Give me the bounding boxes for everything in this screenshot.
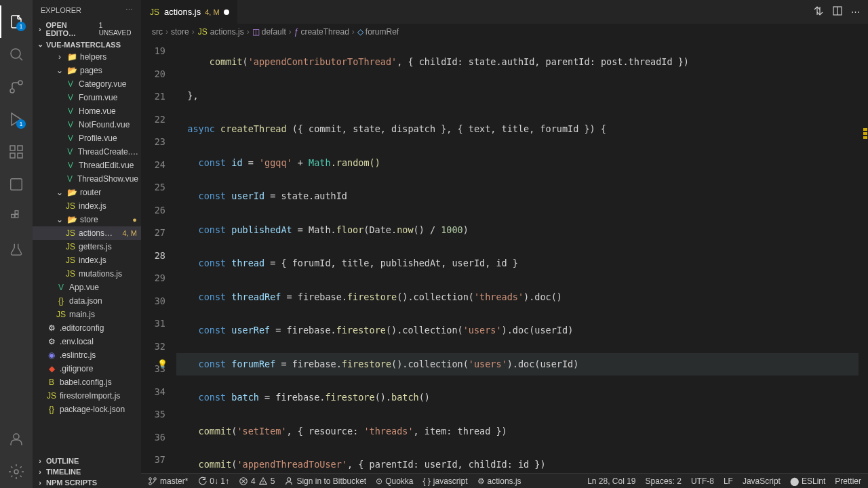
tree-file[interactable]: VProfile.vue: [33, 131, 141, 145]
testing-icon[interactable]: [0, 233, 33, 266]
scm-icon[interactable]: [0, 70, 33, 103]
activity-bar: 1 1: [0, 0, 33, 488]
tree-file[interactable]: JSindex.js: [33, 199, 141, 213]
tree-file-active[interactable]: JSactions…4, M: [33, 226, 141, 240]
svg-rect-7: [11, 179, 22, 190]
breadcrumb-item[interactable]: store: [171, 27, 189, 37]
tree-file[interactable]: VThreadEdit.vue: [33, 159, 141, 172]
svg-point-1: [18, 81, 22, 85]
svg-rect-9: [15, 214, 18, 218]
tree-file[interactable]: VNotFound.vue: [33, 118, 141, 131]
status-filetype[interactable]: JavaScript: [743, 476, 781, 486]
tree-file[interactable]: JSfirestoreImport.js: [33, 389, 141, 403]
tree-file[interactable]: JSindex.js: [33, 253, 141, 267]
status-prettier[interactable]: Prettier: [835, 476, 861, 486]
svg-point-11: [14, 434, 19, 439]
tree-file[interactable]: ◉.eslintrc.js: [33, 348, 141, 362]
tree-folder[interactable]: ⌄📂store●: [33, 213, 141, 226]
compare-icon[interactable]: [813, 5, 824, 18]
lightbulb-icon[interactable]: 💡: [157, 353, 167, 376]
status-bar: master* 0↓ 1↑ 4 5 Sign in to Bitbucket ⊙…: [141, 473, 868, 488]
explorer-icon[interactable]: 1: [0, 5, 33, 38]
unsaved-dot-icon: [224, 9, 229, 15]
tree-file[interactable]: JSgetters.js: [33, 240, 141, 253]
svg-point-15: [154, 477, 157, 480]
breadcrumb-item[interactable]: ◇forumRef: [357, 27, 399, 37]
tree-file[interactable]: JSmain.js: [33, 308, 141, 321]
search-icon[interactable]: [0, 38, 33, 70]
status-eol[interactable]: LF: [724, 476, 733, 486]
unsaved-badge: 1 UNSAVED: [99, 22, 136, 37]
tree-file[interactable]: ⚙.env.local: [33, 335, 141, 348]
status-encoding[interactable]: UTF-8: [691, 476, 714, 486]
remote-icon[interactable]: [0, 168, 33, 201]
more-icon[interactable]: ⋯: [851, 7, 860, 17]
svg-rect-10: [15, 211, 18, 214]
tree-file[interactable]: Bbabel.config.js: [33, 375, 141, 389]
tree-file[interactable]: ⚙.editorconfig: [33, 321, 141, 335]
tree-file[interactable]: JSmutations.js: [33, 267, 141, 281]
split-icon[interactable]: [832, 5, 843, 18]
tree-file[interactable]: VHome.vue: [33, 104, 141, 118]
timeline-section[interactable]: ›TIMELINE: [33, 466, 141, 477]
svg-point-12: [14, 470, 18, 474]
svg-point-0: [11, 49, 20, 58]
tree-file[interactable]: VApp.vue: [33, 281, 141, 294]
debug-icon[interactable]: 1: [0, 103, 33, 136]
svg-point-18: [288, 477, 291, 481]
svg-rect-4: [18, 146, 22, 150]
code-editor[interactable]: 19 20 21 22 23 24 25 26 27 28 29 30 31 3…: [141, 40, 868, 473]
breadcrumb-item[interactable]: src: [152, 27, 163, 37]
chevron-right-icon: ›: [35, 25, 45, 33]
tree-folder[interactable]: ⌄📂router: [33, 186, 141, 199]
extensions-icon[interactable]: [0, 136, 33, 168]
tree-file[interactable]: {}package-lock.json: [33, 403, 141, 416]
file-tree: ›📁helpers ⌄📂pages VCategory.vue VForum.v…: [33, 50, 141, 455]
sidebar-title: EXPLORER ⋯: [33, 0, 141, 20]
breadcrumb-item[interactable]: JSactions.js: [197, 26, 244, 37]
overview-ruler[interactable]: [859, 40, 868, 473]
chevron-down-icon: ⌄: [35, 40, 45, 49]
modified-indicator: ●: [132, 216, 138, 224]
open-editors-section[interactable]: › OPEN EDITO… 1 UNSAVED: [33, 20, 141, 39]
status-sync[interactable]: 0↓ 1↑: [197, 476, 229, 486]
tree-folder[interactable]: ⌄📂pages: [33, 64, 141, 77]
breadcrumb-item[interactable]: ◫default: [252, 27, 286, 37]
status-spaces[interactable]: Spaces: 2: [646, 476, 682, 486]
tab-actions[interactable]: JS actions.js 4, M: [141, 0, 237, 24]
debug-badge: 1: [16, 119, 26, 129]
tree-folder[interactable]: ›📁helpers: [33, 50, 141, 64]
tab-bar: JS actions.js 4, M ⋯: [141, 0, 868, 24]
svg-rect-3: [10, 146, 15, 150]
tree-file[interactable]: ◆.gitignore: [33, 362, 141, 375]
tree-file[interactable]: VThreadShow.vue: [33, 172, 141, 186]
status-cursor[interactable]: Ln 28, Col 19: [587, 476, 635, 486]
outline-section[interactable]: ›OUTLINE: [33, 455, 141, 466]
status-signin[interactable]: Sign in to Bitbucket: [284, 476, 366, 486]
npm-section[interactable]: ›NPM SCRIPTS: [33, 477, 141, 488]
status-eslint[interactable]: ⬤ ESLint: [790, 476, 825, 486]
tree-file[interactable]: VThreadCreate.…: [33, 145, 141, 159]
more-icon[interactable]: ⋯: [125, 5, 133, 14]
settings-icon[interactable]: [0, 455, 33, 488]
tree-file[interactable]: VForum.vue: [33, 91, 141, 104]
breadcrumb-item[interactable]: ƒcreateThread: [294, 27, 349, 37]
status-file[interactable]: ⚙ actions.js: [477, 476, 521, 486]
editor-main: JS actions.js 4, M ⋯ src› store› JSactio…: [141, 0, 868, 488]
status-quokka[interactable]: ⊙ Quokka: [376, 476, 413, 486]
svg-rect-8: [12, 214, 15, 218]
svg-rect-5: [10, 153, 15, 158]
workspace-section[interactable]: ⌄ VUE-MASTERCLASS: [33, 39, 141, 50]
status-errors[interactable]: 4 5: [239, 476, 275, 486]
status-branch[interactable]: master*: [148, 476, 188, 486]
svg-rect-6: [18, 153, 22, 158]
svg-point-14: [149, 477, 152, 480]
status-lang[interactable]: { } javascript: [423, 476, 468, 486]
tree-file[interactable]: VCategory.vue: [33, 77, 141, 91]
account-icon[interactable]: [0, 423, 33, 455]
breadcrumbs[interactable]: src› store› JSactions.js› ◫default› ƒcre…: [141, 24, 868, 40]
docker-icon[interactable]: [0, 201, 33, 233]
code-content[interactable]: commit('appendContributorToThread', { ch…: [176, 40, 859, 473]
svg-point-2: [10, 89, 14, 93]
tree-file[interactable]: {}data.json: [33, 294, 141, 308]
